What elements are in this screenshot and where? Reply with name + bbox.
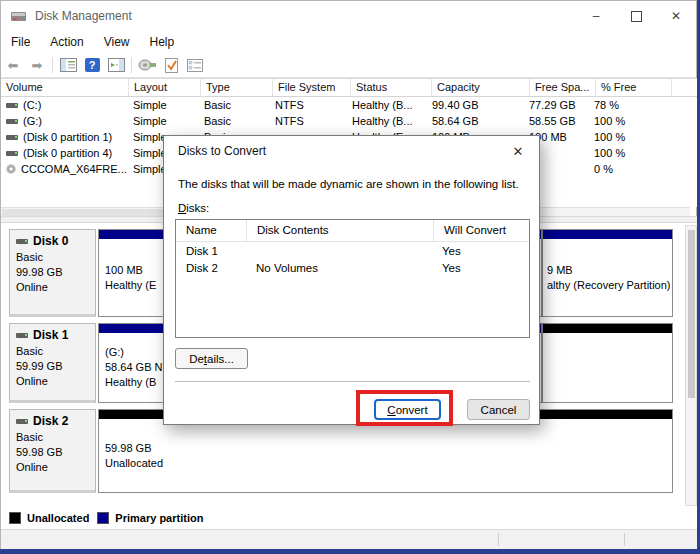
dialog-separator (175, 381, 530, 382)
menu-view[interactable]: View (94, 33, 140, 51)
dialog-title: Disks to Convert (178, 144, 266, 158)
disk-name: Disk 0 (33, 234, 68, 248)
show-console-tree-icon[interactable] (56, 55, 80, 76)
cd-icon (6, 164, 16, 174)
disk2-tile[interactable]: Disk 2 Basic 59.98 GB Online (9, 409, 96, 493)
menu-help[interactable]: Help (140, 33, 185, 51)
vertical-scrollbar[interactable] (685, 225, 697, 506)
legend-bar: Unallocated Primary partition (1, 506, 697, 529)
disk-size: 99.98 GB (16, 265, 95, 280)
disk-icon (16, 239, 28, 244)
disks-label: Disks: (178, 202, 209, 214)
disks-listbox[interactable]: Name Disk Contents Will Convert Disk 1 Y… (175, 219, 530, 338)
disk-status: Online (16, 374, 95, 389)
disks-to-convert-dialog: Disks to Convert ✕ The disks that will b… (163, 135, 540, 425)
status-bar (1, 529, 697, 549)
cancel-button[interactable]: Cancel (467, 399, 530, 420)
red-highlight-annotation (356, 390, 453, 426)
column-header-name[interactable]: Name (176, 220, 247, 241)
maximize-icon (631, 11, 642, 22)
column-header-status[interactable]: Status (351, 79, 432, 96)
volume-list-header: Volume Layout Type File System Status Ca… (1, 79, 697, 97)
disk-name: Disk 1 (33, 328, 68, 342)
toolbar-separator (131, 57, 132, 73)
disk0-tile[interactable]: Disk 0 Basic 99.98 GB Online (9, 229, 96, 317)
dialog-close-button[interactable]: ✕ (497, 136, 539, 166)
column-header-filesystem[interactable]: File System (273, 79, 351, 96)
minimize-button[interactable]: – (576, 1, 616, 31)
convert-disk-row[interactable]: Disk 1 Yes (176, 242, 529, 259)
column-header-layout[interactable]: Layout (129, 79, 201, 96)
status-separator (624, 533, 625, 546)
show-action-pane-icon[interactable] (104, 55, 128, 76)
window-title: Disk Management (35, 9, 132, 23)
title-bar[interactable]: Disk Management – ✕ (1, 1, 696, 31)
dialog-title-bar[interactable]: Disks to Convert ✕ (164, 136, 539, 166)
convert-disk-row[interactable]: Disk 2 No Volumes Yes (176, 259, 529, 276)
disk-type: Basic (16, 250, 95, 265)
disk-icon (16, 333, 28, 338)
back-icon[interactable]: ⬅ (1, 55, 25, 76)
app-icon (11, 10, 27, 23)
column-header-will-convert[interactable]: Will Convert (434, 220, 529, 241)
disk-icon (16, 419, 28, 424)
volume-row[interactable]: (C:) Simple Basic NTFS Healthy (B... 99.… (1, 97, 697, 113)
column-header-filler (672, 79, 697, 96)
disk-type: Basic (16, 430, 95, 445)
status-separator (498, 533, 499, 546)
menu-action[interactable]: Action (40, 33, 93, 51)
column-header-volume[interactable]: Volume (1, 79, 129, 96)
forward-icon[interactable]: ➡ (25, 55, 49, 76)
disk1-unallocated-segment[interactable] (542, 323, 673, 403)
disk-status: Online (16, 280, 95, 295)
volume-row[interactable]: (G:) Simple Basic NTFS Healthy (B... 58.… (1, 113, 697, 129)
partition-color-band (543, 324, 672, 333)
unallocated-swatch (9, 512, 21, 524)
column-header-disk-contents[interactable]: Disk Contents (247, 220, 434, 241)
maximize-button[interactable] (616, 1, 656, 31)
check-disk-icon[interactable] (159, 55, 183, 76)
toolbar: ⬅ ➡ ? (1, 53, 696, 78)
column-header-percentfree[interactable]: % Free (596, 79, 672, 96)
scrollbar-thumb[interactable] (688, 230, 695, 398)
menu-file[interactable]: File (1, 33, 40, 51)
menu-bar: File Action View Help (1, 31, 696, 53)
disk-status: Online (16, 460, 95, 475)
dialog-message: The disks that will be made dynamic are … (178, 178, 528, 190)
partition-color-band (543, 230, 672, 239)
help-icon[interactable]: ? (80, 55, 104, 76)
legend-primary-label: Primary partition (115, 512, 203, 524)
volume-icon (6, 103, 18, 108)
column-header-freespace[interactable]: Free Spa... (530, 79, 596, 96)
properties-list-icon[interactable] (183, 55, 207, 76)
close-button[interactable]: ✕ (656, 1, 696, 31)
disk-type: Basic (16, 344, 95, 359)
volume-icon (6, 135, 18, 140)
disk-view-icon[interactable] (135, 55, 159, 76)
disk0-partition-recovery[interactable]: 9 MB althy (Recovery Partition) (542, 229, 673, 317)
details-button[interactable]: Details... (175, 348, 248, 369)
disk-size: 59.99 GB (16, 359, 95, 374)
volume-icon (6, 151, 18, 156)
disk-name: Disk 2 (33, 414, 68, 428)
volume-icon (6, 119, 18, 124)
column-header-type[interactable]: Type (201, 79, 273, 96)
disk1-tile[interactable]: Disk 1 Basic 59.99 GB Online (9, 323, 96, 403)
legend-unallocated-label: Unallocated (27, 512, 89, 524)
disk-size: 59.98 GB (16, 445, 95, 460)
toolbar-separator (52, 57, 53, 73)
column-header-capacity[interactable]: Capacity (432, 79, 530, 96)
disks-listbox-header: Name Disk Contents Will Convert (176, 220, 529, 242)
primary-partition-swatch (97, 512, 109, 524)
close-icon: ✕ (513, 144, 524, 159)
